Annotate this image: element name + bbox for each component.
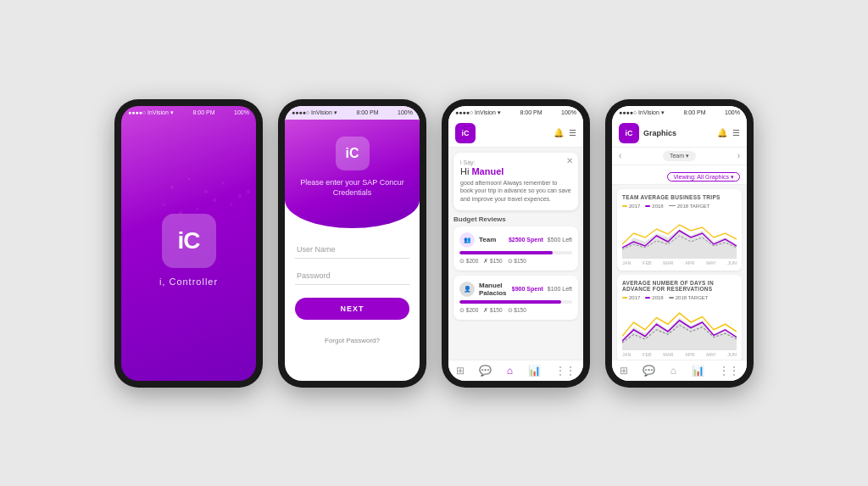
chart1-title: TEAM AVERAGE BUSINESS TRIPS bbox=[622, 194, 737, 200]
signal-4: ●●●●○ InVision ▾ bbox=[619, 109, 665, 116]
team-budget-card: 👥 Team $2500 Spent $500 Left ⊙ $200 ✗ $1… bbox=[453, 226, 578, 271]
nav-icon-4-4[interactable]: 📊 bbox=[692, 365, 704, 377]
graphics-header-icons: 🔔 ☰ bbox=[717, 128, 740, 137]
signal-3: ●●●●○ InVision ▾ bbox=[455, 109, 501, 116]
notification-icon-4[interactable]: 🔔 bbox=[717, 128, 727, 137]
close-chat-button[interactable]: ✕ bbox=[566, 156, 573, 165]
header-icons: 🔔 ☰ bbox=[554, 128, 576, 137]
chat-message: good afternoon! Always remember to book … bbox=[460, 179, 571, 204]
team-selector[interactable]: Team ▾ bbox=[663, 151, 696, 161]
bottom-nav-3: ⊞ 💬 ⌂ 📊 ⋮⋮ bbox=[448, 360, 583, 381]
nav-icon-4-5[interactable]: ⋮⋮ bbox=[719, 365, 739, 377]
nav-icon-1[interactable]: ⊞ bbox=[456, 365, 465, 377]
status-bar-3: ●●●●○ InVision ▾ 8:00 PM 100% bbox=[448, 106, 583, 120]
team-spent: $2500 Spent bbox=[509, 237, 543, 243]
nav-icon-3[interactable]: ⌂ bbox=[507, 365, 513, 377]
time-3: 8:00 PM bbox=[520, 109, 542, 115]
phone-graphics: ●●●●○ InVision ▾ 8:00 PM 100% iC Graphic… bbox=[605, 99, 754, 388]
person-averages: ⊙ $200 ✗ $150 ⊙ $150 bbox=[459, 307, 572, 314]
graphics-controls: ‹ Team ▾ › bbox=[612, 148, 747, 165]
svg-point-5 bbox=[163, 203, 165, 205]
chart2-section: AVERAGE NUMBER OF DAYS IN ADVANCE FOR RE… bbox=[617, 275, 742, 360]
prev-arrow[interactable]: ‹ bbox=[619, 151, 621, 160]
nav-icon-4[interactable]: 📊 bbox=[528, 365, 541, 377]
next-arrow[interactable]: › bbox=[737, 151, 740, 160]
battery-4: 100% bbox=[725, 109, 740, 115]
team-avatar: 👥 bbox=[459, 232, 475, 248]
ic-logo-login: iC bbox=[336, 137, 370, 170]
team-progress-fill bbox=[459, 251, 553, 254]
ic-logo-text: iC bbox=[178, 227, 200, 254]
nav-icon-2[interactable]: 💬 bbox=[479, 365, 492, 377]
app-full-name: i, Controller bbox=[159, 277, 218, 287]
person-left: $100 Left bbox=[548, 286, 572, 292]
signal-1: ●●●●○ InVision ▾ bbox=[128, 109, 174, 116]
forgot-password-link[interactable]: Forgot Password? bbox=[295, 337, 409, 344]
status-bar-1: ●●●●○ InVision ▾ 8:00 PM 100% bbox=[121, 106, 256, 120]
person-progress-fill bbox=[459, 300, 561, 304]
chart2-x-labels: JANFEBMARAPRMAYJUN bbox=[622, 352, 737, 357]
time-4: 8:00 PM bbox=[683, 109, 705, 115]
team-progress-bar bbox=[459, 251, 572, 254]
chart2-area bbox=[622, 304, 737, 350]
person-avg-3: ⊙ $150 bbox=[508, 307, 526, 314]
svg-point-8 bbox=[213, 198, 216, 202]
svg-point-9 bbox=[231, 203, 233, 205]
password-field[interactable]: Password bbox=[295, 267, 409, 285]
time-1: 8:00 PM bbox=[192, 109, 214, 115]
viewing-label[interactable]: Viewing: All Graphics ▾ bbox=[667, 172, 740, 182]
svg-point-0 bbox=[170, 186, 174, 189]
chat-greeting: Hi Manuel bbox=[460, 166, 571, 176]
person-avg-1: ⊙ $200 bbox=[459, 307, 478, 314]
chart1-x-labels: JANFEBMARAPRMAYJUN bbox=[622, 260, 737, 265]
dashboard-header: iC 🔔 ☰ bbox=[448, 120, 583, 148]
svg-point-10 bbox=[247, 190, 250, 193]
chart2-title: AVERAGE NUMBER OF DAYS IN ADVANCE FOR RE… bbox=[622, 280, 737, 292]
battery-1: 100% bbox=[234, 109, 249, 115]
team-name: Team bbox=[479, 236, 504, 243]
notification-icon[interactable]: 🔔 bbox=[554, 128, 564, 137]
nav-icon-4-3[interactable]: ⌂ bbox=[670, 365, 676, 377]
ic-logo-text-graphics: iC bbox=[626, 129, 633, 137]
nav-icon-4-1[interactable]: ⊞ bbox=[620, 365, 628, 377]
menu-icon-4[interactable]: ☰ bbox=[732, 128, 740, 137]
team-avg-2: ✗ $150 bbox=[483, 258, 502, 265]
chart2-legend: 2017 2018 2018 TARGET bbox=[622, 295, 737, 300]
person-name: Manuel Palacios bbox=[479, 282, 508, 297]
ic-logo-text-dashboard: iC bbox=[462, 129, 470, 137]
next-button[interactable]: NEXT bbox=[295, 298, 409, 320]
nav-icon-4-2[interactable]: 💬 bbox=[643, 365, 655, 377]
login-subtitle: Please enter your SAP Concur Credentials bbox=[298, 177, 407, 198]
bottom-nav-4: ⊞ 💬 ⌂ 📊 ⋮⋮ bbox=[612, 360, 747, 381]
showcase: ●●●●○ InVision ▾ 8:00 PM 100% bbox=[0, 0, 868, 486]
chart1-legend: 2017 2018 2018 TARGET bbox=[622, 204, 737, 209]
graphics-title: Graphics bbox=[643, 129, 676, 137]
person-avg-2: ✗ $150 bbox=[483, 307, 502, 314]
svg-marker-12 bbox=[622, 317, 737, 350]
svg-point-4 bbox=[238, 194, 242, 198]
battery-2: 100% bbox=[398, 109, 413, 115]
phone-login: ●●●●○ InVision ▾ 8:00 PM 100% iC Please … bbox=[278, 99, 426, 388]
team-avg-1: ⊙ $200 bbox=[459, 258, 478, 265]
ic-logo-text-login: iC bbox=[346, 146, 359, 161]
person-spent: $900 Spent bbox=[512, 286, 543, 292]
legend-2017-2: 2017 bbox=[629, 295, 640, 300]
login-form: User Name Password NEXT Forgot Password? bbox=[285, 228, 420, 357]
phone-splash: ●●●●○ InVision ▾ 8:00 PM 100% bbox=[114, 99, 263, 388]
phone-dashboard: ●●●●○ InVision ▾ 8:00 PM 100% iC 🔔 ☰ ✕ i… bbox=[442, 99, 590, 388]
graphics-header: iC Graphics 🔔 ☰ bbox=[612, 120, 747, 148]
team-averages: ⊙ $200 ✗ $150 ⊙ $150 bbox=[459, 258, 572, 265]
chart1-area bbox=[622, 212, 737, 259]
login-header: iC Please enter your SAP Concur Credenti… bbox=[285, 120, 420, 228]
nav-icon-5[interactable]: ⋮⋮ bbox=[555, 365, 576, 377]
budget-section-title: Budget Reviews bbox=[453, 215, 578, 223]
legend-2018-1: 2018 bbox=[652, 204, 663, 209]
person-progress-bar bbox=[459, 300, 572, 304]
signal-2: ●●●●○ InVision ▾ bbox=[292, 109, 337, 116]
status-bar-2: ●●●●○ InVision ▾ 8:00 PM 100% bbox=[285, 106, 420, 120]
ic-logo-box: iC bbox=[162, 214, 216, 268]
username-field[interactable]: User Name bbox=[295, 241, 409, 259]
legend-2017-1: 2017 bbox=[629, 204, 640, 209]
menu-icon[interactable]: ☰ bbox=[569, 128, 576, 137]
legend-target-1: 2018 TARGET bbox=[677, 204, 710, 209]
